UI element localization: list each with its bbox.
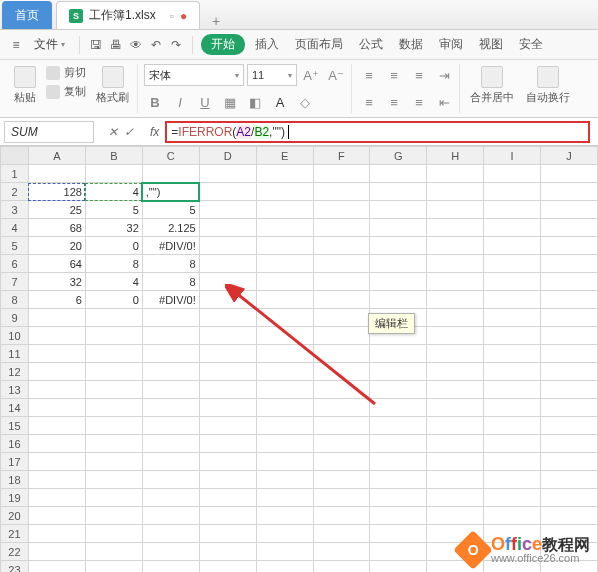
- cancel-formula-icon[interactable]: ✕: [108, 125, 118, 139]
- cell[interactable]: [142, 471, 199, 489]
- cell[interactable]: 5: [142, 201, 199, 219]
- row-header[interactable]: 9: [1, 309, 29, 327]
- cell[interactable]: [370, 525, 427, 543]
- cell[interactable]: [85, 507, 142, 525]
- fx-label[interactable]: fx: [144, 125, 165, 139]
- cell[interactable]: 20: [28, 237, 85, 255]
- cell[interactable]: [313, 435, 370, 453]
- cell[interactable]: [142, 489, 199, 507]
- cell[interactable]: [28, 417, 85, 435]
- column-header[interactable]: D: [199, 147, 256, 165]
- row-header[interactable]: 11: [1, 345, 29, 363]
- format-painter-button[interactable]: 格式刷: [92, 64, 133, 107]
- cell[interactable]: [541, 399, 598, 417]
- cell[interactable]: [85, 417, 142, 435]
- cell[interactable]: [199, 363, 256, 381]
- cell[interactable]: 4: [85, 273, 142, 291]
- cell[interactable]: 128: [28, 183, 85, 201]
- cell[interactable]: [256, 363, 313, 381]
- decrease-font-button[interactable]: A⁻: [325, 64, 347, 86]
- cell[interactable]: [484, 273, 541, 291]
- cell[interactable]: [313, 291, 370, 309]
- cell[interactable]: [427, 219, 484, 237]
- cell[interactable]: 25: [28, 201, 85, 219]
- row-header[interactable]: 3: [1, 201, 29, 219]
- cell[interactable]: [199, 201, 256, 219]
- cell[interactable]: [370, 237, 427, 255]
- cell[interactable]: [370, 561, 427, 573]
- cell[interactable]: [313, 363, 370, 381]
- cell[interactable]: [427, 291, 484, 309]
- row-header[interactable]: 7: [1, 273, 29, 291]
- cell[interactable]: 0: [85, 237, 142, 255]
- cell[interactable]: [484, 201, 541, 219]
- cell[interactable]: [484, 237, 541, 255]
- cell[interactable]: [142, 507, 199, 525]
- cell[interactable]: 8: [142, 255, 199, 273]
- cell[interactable]: 5: [85, 201, 142, 219]
- cell[interactable]: [85, 561, 142, 573]
- cell[interactable]: [85, 489, 142, 507]
- row-header[interactable]: 5: [1, 237, 29, 255]
- cell[interactable]: [28, 561, 85, 573]
- cell[interactable]: [28, 543, 85, 561]
- cell[interactable]: [427, 507, 484, 525]
- tab-add-button[interactable]: +: [202, 13, 230, 29]
- cell[interactable]: [28, 507, 85, 525]
- cell[interactable]: [370, 201, 427, 219]
- cell[interactable]: 4: [85, 183, 142, 201]
- cell[interactable]: [199, 489, 256, 507]
- cell[interactable]: [313, 561, 370, 573]
- cell[interactable]: [427, 489, 484, 507]
- cell[interactable]: [313, 471, 370, 489]
- cell[interactable]: [313, 255, 370, 273]
- column-header[interactable]: H: [427, 147, 484, 165]
- cell[interactable]: [256, 489, 313, 507]
- cell[interactable]: [85, 435, 142, 453]
- cell[interactable]: [256, 309, 313, 327]
- cell[interactable]: [484, 255, 541, 273]
- cell[interactable]: [199, 309, 256, 327]
- cell[interactable]: [484, 381, 541, 399]
- cell[interactable]: 8: [85, 255, 142, 273]
- cell[interactable]: [142, 561, 199, 573]
- cell[interactable]: [199, 273, 256, 291]
- cell[interactable]: #DIV/0!: [142, 237, 199, 255]
- row-header[interactable]: 18: [1, 471, 29, 489]
- select-all-corner[interactable]: [1, 147, 29, 165]
- cell[interactable]: [85, 381, 142, 399]
- cell[interactable]: [484, 309, 541, 327]
- cell[interactable]: [199, 183, 256, 201]
- cell[interactable]: 68: [28, 219, 85, 237]
- cell[interactable]: [28, 471, 85, 489]
- cell[interactable]: [28, 345, 85, 363]
- column-header[interactable]: G: [370, 147, 427, 165]
- cell[interactable]: [370, 273, 427, 291]
- cell[interactable]: 8: [142, 273, 199, 291]
- cell[interactable]: [142, 543, 199, 561]
- cell[interactable]: [313, 273, 370, 291]
- cell[interactable]: [427, 309, 484, 327]
- cell[interactable]: [484, 417, 541, 435]
- cell[interactable]: [313, 489, 370, 507]
- cell[interactable]: [541, 237, 598, 255]
- cut-button[interactable]: 剪切: [44, 64, 88, 81]
- cell[interactable]: [313, 381, 370, 399]
- file-menu[interactable]: 文件▾: [28, 34, 71, 55]
- cell[interactable]: [370, 471, 427, 489]
- row-header[interactable]: 17: [1, 453, 29, 471]
- column-header[interactable]: I: [484, 147, 541, 165]
- cell[interactable]: [199, 237, 256, 255]
- app-menu-icon[interactable]: ≡: [8, 37, 24, 53]
- cell[interactable]: [541, 453, 598, 471]
- cell[interactable]: [484, 489, 541, 507]
- column-header[interactable]: C: [142, 147, 199, 165]
- cell[interactable]: [85, 363, 142, 381]
- cell[interactable]: 32: [28, 273, 85, 291]
- undo-icon[interactable]: ↶: [148, 37, 164, 53]
- cell[interactable]: [541, 291, 598, 309]
- cell[interactable]: [256, 453, 313, 471]
- cell[interactable]: [313, 219, 370, 237]
- cell[interactable]: [484, 219, 541, 237]
- cell[interactable]: [427, 399, 484, 417]
